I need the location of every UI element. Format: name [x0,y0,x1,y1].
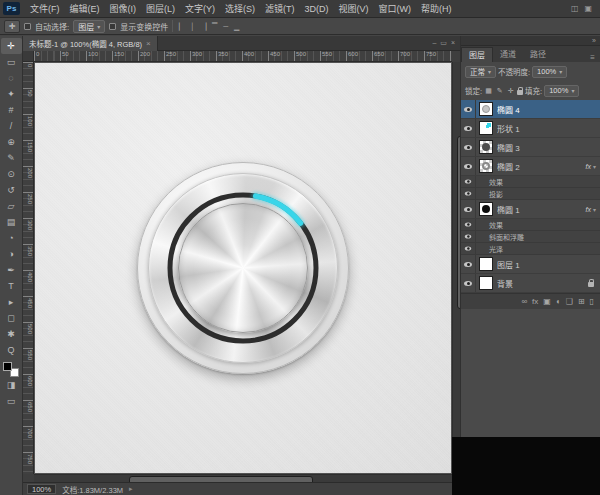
visibility-toggle[interactable] [461,100,476,118]
layer-row[interactable]: 椭圆 2fx▾ [461,157,600,176]
lock-position-icon[interactable]: ✛ [506,85,515,96]
lock-pixels-icon[interactable]: ✎ [495,85,504,96]
align-hcenter-icon[interactable]: │ [188,21,197,32]
visibility-toggle[interactable] [461,255,476,273]
pen-tool[interactable]: ✒ [1,262,22,278]
layer-effect-row[interactable]: 投影 [461,188,600,200]
new-layer-icon[interactable]: ⊞ [578,297,585,306]
layer-fx-badge[interactable]: fx [586,206,591,213]
gradient-tool[interactable]: ▤ [1,214,22,230]
menu-select[interactable]: 选择(S) [220,0,260,18]
layer-row[interactable]: 椭圆 1fx▾ [461,200,600,219]
quick-select-tool[interactable]: ✦ [1,86,22,102]
tab-channels[interactable]: 通道 [493,47,523,62]
close-window-icon[interactable]: × [451,39,455,47]
hand-tool[interactable]: ✱ [1,326,22,342]
layer-fx-badge[interactable]: fx [586,163,591,170]
close-icon[interactable]: × [146,39,151,48]
blend-mode-select[interactable]: 正常 ▾ [465,66,496,78]
menu-view[interactable]: 视图(V) [334,0,374,18]
vertical-scrollbar[interactable] [452,62,460,474]
align-bottom-icon[interactable]: ▁ [232,21,241,32]
visibility-toggle[interactable] [461,188,476,199]
tab-paths[interactable]: 路径 [523,47,553,62]
active-tool-badge[interactable]: ✛ [4,20,20,33]
menu-edit[interactable]: 编辑(E) [65,0,105,18]
show-transform-checkbox[interactable] [109,23,116,30]
lock-transparent-icon[interactable]: ▦ [484,85,493,96]
collapse-panels-icon[interactable]: » [592,37,596,44]
artboard[interactable] [35,63,451,473]
status-arrow-icon[interactable]: ▸ [129,485,133,493]
auto-select-checkbox[interactable] [24,23,31,30]
visibility-toggle[interactable] [461,200,476,218]
menu-filter[interactable]: 滤镜(T) [260,0,300,18]
align-left-icon[interactable]: ▏ [177,21,186,32]
visibility-toggle[interactable] [461,274,476,292]
visibility-toggle[interactable] [461,119,476,137]
marquee-tool[interactable]: ▭ [1,54,22,70]
visibility-toggle[interactable] [461,138,476,156]
menu-three-d[interactable]: 3D(D) [300,0,334,18]
layer-effect-row[interactable]: 效果 [461,219,600,231]
visibility-toggle[interactable] [461,176,476,187]
visibility-toggle[interactable] [461,243,476,254]
auto-select-dropdown[interactable]: 图层 ▾ [73,20,105,33]
layer-row[interactable]: 椭圆 4 [461,100,600,119]
menu-file[interactable]: 文件(F) [25,0,65,18]
launch-bridge-icon[interactable]: ◫ [571,4,579,13]
document-viewport[interactable] [34,62,452,474]
layer-row[interactable]: 形状 1 [461,119,600,138]
visibility-toggle[interactable] [461,219,476,230]
layer-mask-icon[interactable]: ▣ [543,297,551,306]
menu-type[interactable]: 文字(Y) [180,0,220,18]
opacity-input[interactable]: 100% ▾ [532,66,567,78]
visibility-toggle[interactable] [461,231,476,242]
menu-help[interactable]: 帮助(H) [416,0,457,18]
healing-brush-tool[interactable]: ⊕ [1,134,22,150]
tab-layers[interactable]: 图层 [461,47,493,62]
layer-effect-row[interactable]: 效果 [461,176,600,188]
align-vcenter-icon[interactable]: ─ [221,21,230,32]
blur-tool[interactable]: ◔ [1,230,22,246]
zoom-level[interactable]: 100% [27,484,56,494]
align-right-icon[interactable]: ▕ [199,21,208,32]
layer-row[interactable]: 背景 [461,274,600,293]
foreground-color-swatch[interactable] [3,362,12,371]
zoom-tool[interactable]: Q [1,342,22,358]
workspace-icon[interactable]: ▣ [584,4,592,13]
delete-layer-icon[interactable]: ▯ [590,297,594,306]
horizontal-scrollbar[interactable] [34,474,452,482]
shape-tool[interactable]: ◻ [1,310,22,326]
fill-input[interactable]: 100% ▾ [544,85,579,97]
minimize-window-icon[interactable]: – [432,39,436,47]
link-layers-icon[interactable]: ∞ [521,297,527,306]
history-brush-tool[interactable]: ↺ [1,182,22,198]
screen-mode[interactable]: ▭ [1,393,22,409]
align-top-icon[interactable]: ▔ [210,21,219,32]
quick-mask-mode[interactable]: ◨ [1,377,22,393]
panel-menu-icon[interactable]: ≡ [590,53,600,62]
restore-window-icon[interactable]: ▭ [440,39,447,47]
path-select-tool[interactable]: ▸ [1,294,22,310]
layer-group-icon[interactable]: ❑ [566,297,573,306]
clone-stamp-tool[interactable]: ⊙ [1,166,22,182]
visibility-toggle[interactable] [461,157,476,175]
layer-effect-row[interactable]: 光泽 [461,243,600,255]
layer-style-icon[interactable]: fx [532,297,538,306]
lock-all-icon[interactable] [517,90,523,95]
eraser-tool[interactable]: ▱ [1,198,22,214]
type-tool[interactable]: T [1,278,22,294]
menu-layer[interactable]: 图层(L) [141,0,180,18]
move-tool[interactable]: ✛ [1,38,22,54]
brush-tool[interactable]: ✎ [1,150,22,166]
layer-effect-row[interactable]: 斜面和浮雕 [461,231,600,243]
menu-image[interactable]: 图像(I) [105,0,142,18]
crop-tool[interactable]: # [1,102,22,118]
layer-row[interactable]: 图层 1 [461,255,600,274]
lasso-tool[interactable]: ◌ [1,70,22,86]
layer-row[interactable]: 椭圆 3 [461,138,600,157]
dodge-tool[interactable]: ◑ [1,246,22,262]
menu-window[interactable]: 窗口(W) [374,0,417,18]
document-tab[interactable]: 未标题-1 @ 100%(椭圆 4, RGB/8) × [23,36,158,51]
